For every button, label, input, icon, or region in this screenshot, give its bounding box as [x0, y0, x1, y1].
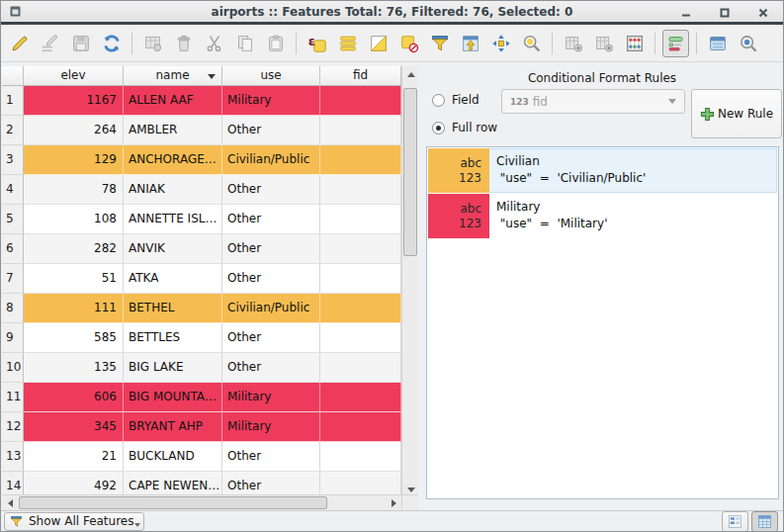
row-number[interactable]: 1: [2, 86, 24, 116]
cell-name[interactable]: BUCKLAND: [124, 442, 222, 472]
cell-elev[interactable]: 606: [24, 383, 124, 412]
toggle-editing-button[interactable]: [6, 30, 33, 57]
copy-button[interactable]: [231, 30, 258, 57]
cell-elev[interactable]: 111: [24, 294, 124, 323]
cell-name[interactable]: BRYANT AHP: [124, 412, 222, 442]
row-number[interactable]: 11: [2, 383, 24, 412]
cell-elev[interactable]: 51: [24, 264, 124, 294]
cell-name[interactable]: ALLEN AAF: [124, 86, 222, 116]
zoom-to-selection-button[interactable]: [518, 30, 545, 57]
delete-field-button[interactable]: [590, 30, 617, 57]
table-row[interactable]: 1 1167 ALLEN AAF Military: [2, 86, 401, 116]
close-button[interactable]: [757, 7, 769, 19]
cell-name[interactable]: ANNETTE ISL…: [124, 205, 222, 234]
table-row[interactable]: 8 111 BETHEL Civilian/Public: [2, 294, 401, 323]
table-row[interactable]: 11 606 BIG MOUNTA… Military: [2, 383, 401, 412]
row-number[interactable]: 8: [2, 294, 24, 323]
column-header-use[interactable]: use: [222, 66, 320, 86]
table-row[interactable]: 6 282 ANVIK Other: [2, 234, 401, 264]
scroll-right-arrow[interactable]: [386, 495, 401, 511]
form-view-button[interactable]: [722, 511, 748, 532]
vertical-scroll-thumb[interactable]: [403, 88, 417, 256]
cell-fid[interactable]: [320, 234, 401, 264]
cell-name[interactable]: AMBLER: [124, 116, 222, 145]
conditional-formatting-button[interactable]: [662, 30, 689, 57]
cell-fid[interactable]: [320, 383, 401, 412]
row-number[interactable]: 3: [2, 145, 24, 175]
cell-name[interactable]: BETTLES: [124, 323, 222, 353]
cell-use[interactable]: Other: [222, 264, 320, 294]
cell-fid[interactable]: [320, 175, 401, 205]
field-calculator-button[interactable]: [621, 30, 648, 57]
reload-table-button[interactable]: [98, 30, 125, 57]
multi-edit-button[interactable]: [37, 30, 63, 57]
conditional-rule-item[interactable]: abc 123 Military "use" = 'Military': [428, 194, 777, 238]
cell-use[interactable]: Civilian/Public: [222, 145, 320, 175]
full-row-radio[interactable]: Full row: [432, 121, 497, 134]
row-number[interactable]: 5: [2, 205, 24, 234]
cell-fid[interactable]: [320, 264, 401, 294]
cell-elev[interactable]: 282: [24, 234, 124, 264]
table-row[interactable]: 7 51 ATKA Other: [2, 264, 401, 294]
cell-fid[interactable]: [320, 116, 401, 145]
cell-use[interactable]: Other: [222, 175, 320, 205]
cell-name[interactable]: ATKA: [124, 264, 222, 294]
cell-use[interactable]: Other: [222, 205, 320, 234]
table-row[interactable]: 2 264 AMBLER Other: [2, 116, 401, 145]
titlebar[interactable]: airports :: Features Total: 76, Filtered…: [1, 1, 783, 25]
row-number[interactable]: 12: [2, 412, 24, 442]
cell-use[interactable]: Other: [222, 442, 320, 472]
column-header-name[interactable]: name: [124, 66, 222, 86]
cell-elev[interactable]: 585: [24, 323, 124, 353]
table-row[interactable]: 9 585 BETTLES Other: [2, 323, 401, 353]
save-edits-button[interactable]: [67, 30, 94, 57]
cell-name[interactable]: ANIAK: [124, 175, 222, 205]
cell-elev[interactable]: 1167: [24, 86, 124, 116]
cell-fid[interactable]: [320, 205, 401, 234]
table-row[interactable]: 3 129 ANCHORAGE… Civilian/Public: [2, 145, 401, 175]
cell-use[interactable]: Military: [222, 86, 320, 116]
cell-fid[interactable]: [320, 86, 401, 116]
cell-name[interactable]: BETHEL: [124, 294, 222, 323]
cell-use[interactable]: Other: [222, 116, 320, 145]
new-field-button[interactable]: [560, 30, 586, 57]
select-by-expression-button[interactable]: ε: [304, 30, 330, 57]
deselect-all-button[interactable]: [395, 30, 422, 57]
cell-use[interactable]: Other: [222, 323, 320, 353]
row-number[interactable]: 10: [2, 353, 24, 383]
cell-use[interactable]: Civilian/Public: [222, 294, 320, 323]
cell-name[interactable]: BIG LAKE: [124, 353, 222, 383]
cell-elev[interactable]: 264: [24, 116, 124, 145]
select-all-button[interactable]: [334, 30, 361, 57]
table-row[interactable]: 13 21 BUCKLAND Other: [2, 442, 401, 472]
corner-header[interactable]: [2, 66, 24, 86]
row-number[interactable]: 4: [2, 175, 24, 205]
row-number[interactable]: 6: [2, 234, 24, 264]
dock-attribute-table-button[interactable]: [704, 30, 731, 57]
scroll-up-arrow[interactable]: [402, 66, 419, 82]
horizontal-scrollbar[interactable]: [2, 494, 401, 510]
paste-button[interactable]: [262, 30, 289, 57]
cell-name[interactable]: ANVIK: [124, 234, 222, 264]
table-row[interactable]: 4 78 ANIAK Other: [2, 175, 401, 205]
cell-fid[interactable]: [320, 353, 401, 383]
table-view-button[interactable]: [751, 511, 778, 532]
cell-name[interactable]: BIG MOUNTA…: [124, 383, 222, 412]
cell-elev[interactable]: 129: [24, 145, 124, 175]
row-number[interactable]: 13: [2, 442, 24, 472]
invert-selection-button[interactable]: [365, 30, 392, 57]
conditional-rule-item[interactable]: abc 123 Civilian "use" = 'Civilian/Publi…: [428, 148, 777, 193]
cell-elev[interactable]: 21: [24, 442, 124, 472]
row-number[interactable]: 7: [2, 264, 24, 294]
show-all-features-button[interactable]: Show All Features: [4, 512, 144, 531]
column-header-elev[interactable]: elev: [24, 66, 124, 86]
field-radio-circle[interactable]: [432, 94, 445, 107]
filter-select-button[interactable]: [426, 30, 453, 57]
cell-fid[interactable]: [320, 294, 401, 323]
cell-fid[interactable]: [320, 323, 401, 353]
vertical-scrollbar[interactable]: [401, 66, 418, 497]
cut-button[interactable]: [201, 30, 227, 57]
cell-use[interactable]: Military: [222, 383, 320, 412]
actions-button[interactable]: [735, 30, 761, 57]
horizontal-scroll-thumb[interactable]: [19, 496, 327, 509]
